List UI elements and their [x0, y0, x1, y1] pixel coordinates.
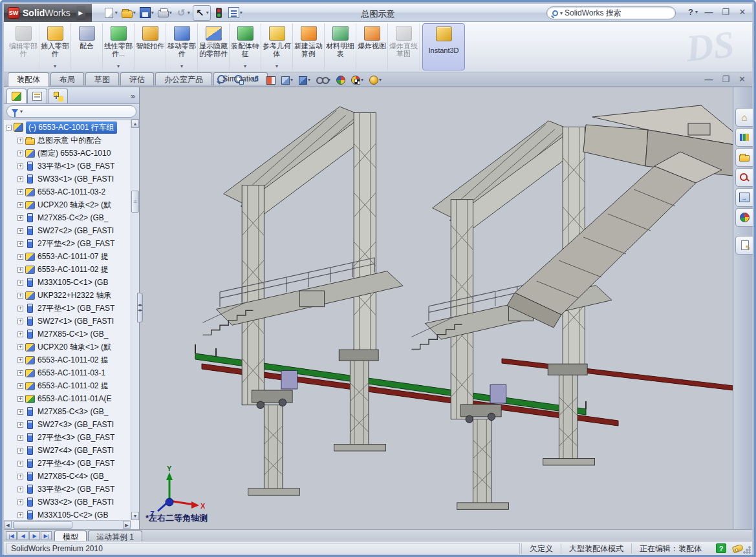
expand-toggle[interactable]: + — [17, 151, 23, 156]
assembly-features-button[interactable]: 装配体特征▾ — [230, 23, 261, 70]
insert-component-button[interactable]: 插入零部件▾ — [39, 23, 71, 70]
options-button[interactable]: ▾ — [227, 5, 244, 21]
tab-评估[interactable]: 评估 — [120, 72, 154, 85]
filter-dropdown-icon[interactable]: ▾ — [20, 109, 23, 114]
tree-item[interactable]: +UCPX20 轴承<1> (默 — [4, 341, 131, 353]
undo-button[interactable]: ↺▾ — [175, 5, 191, 21]
reference-geometry-button[interactable]: 参考几何体▾ — [261, 23, 293, 70]
save-document-button[interactable]: ▾ — [138, 5, 155, 21]
panel-more-chevron[interactable]: » — [131, 92, 135, 101]
expand-toggle[interactable]: + — [17, 512, 23, 518]
expand-toggle[interactable]: + — [17, 202, 23, 208]
tab-propertymanager[interactable] — [27, 89, 47, 103]
smart-fasteners-button[interactable]: 智能扣件 — [135, 23, 166, 70]
edit-appearance-button[interactable] — [335, 74, 347, 85]
first-tab-button[interactable]: |◀ — [6, 531, 17, 540]
show-hidden-components-button[interactable]: 显示隐藏的零部件 — [198, 23, 230, 70]
tree-item[interactable]: +6553-AC-1011-02 提 — [4, 379, 131, 392]
expand-toggle[interactable]: + — [17, 396, 23, 402]
close-button[interactable]: ✕ — [737, 7, 748, 17]
tree-item[interactable]: +27平垫<4> (GB_FAST — [4, 457, 131, 470]
view-orientation-dropdown-icon[interactable]: ▾ — [290, 77, 293, 83]
mate-button[interactable]: 配合 — [71, 23, 103, 70]
scroll-up-arrow[interactable]: ▲ — [131, 120, 139, 128]
doc-minimize-button[interactable]: — — [704, 74, 713, 84]
tab-模型[interactable]: 模型 — [54, 531, 87, 541]
search-dropdown-icon[interactable]: ▾ — [560, 10, 563, 16]
tree-item[interactable]: +6553-AC-1011-07 提 — [4, 250, 131, 263]
rebuild-button[interactable] — [212, 5, 226, 21]
apply-scene-button[interactable]: ▾ — [350, 74, 365, 85]
bill-of-materials-button[interactable]: 材料明细表 — [325, 23, 356, 70]
tree-item[interactable]: +M33X105-C<1> (GB — [4, 276, 131, 289]
taskpane-custom-properties-button[interactable] — [735, 236, 753, 255]
taskpane-solidworks-resources-button[interactable]: ⌂ — [735, 108, 753, 127]
taskpane-solidworks-search-button[interactable] — [735, 168, 753, 187]
tree-item[interactable]: +SW33<2> (GB_FASTI — [4, 496, 131, 509]
view-settings-button[interactable]: ▾ — [368, 74, 383, 85]
section-view-button[interactable] — [265, 74, 277, 85]
tree-item[interactable]: +M27X85-C<2> (GB_ — [4, 211, 131, 224]
tree-item[interactable]: +M33X105-C<2> (GB — [4, 509, 131, 520]
expand-toggle[interactable]: + — [17, 163, 23, 169]
tree-item[interactable]: +6553-AC-1011-03-2 — [4, 185, 131, 198]
expand-toggle[interactable]: + — [17, 293, 23, 299]
print-document-button[interactable]: ▾ — [157, 5, 173, 21]
expand-toggle[interactable]: + — [17, 280, 23, 286]
expand-toggle[interactable]: + — [17, 215, 23, 221]
instant3d-button[interactable]: Instant3D — [422, 23, 465, 70]
maximize-button[interactable]: ❐ — [720, 7, 731, 17]
expand-toggle[interactable]: + — [17, 487, 23, 492]
expand-toggle[interactable]: + — [17, 422, 23, 428]
tree-item[interactable]: +总图示意 中的配合 — [4, 134, 131, 147]
tree-item[interactable]: +6553-AC-1011-03-1 — [4, 366, 131, 379]
zoom-to-fit-button[interactable] — [215, 74, 228, 85]
graphics-viewport[interactable]: Y X Z *左右二等角轴测 — [140, 87, 733, 529]
display-style-dropdown-icon[interactable]: ▾ — [308, 77, 310, 83]
tree-item[interactable]: +UKP322+H2322 轴承 — [4, 289, 131, 302]
tree-horizontal-scrollbar[interactable]: ◀ ▶ — [4, 520, 131, 529]
new-document-button[interactable]: ▾ — [102, 5, 119, 21]
tree-item[interactable]: +SW33<1> (GB_FASTI — [4, 173, 131, 185]
expand-toggle[interactable]: + — [17, 383, 23, 389]
tree-item[interactable]: +27平垫<3> (GB_FAST — [4, 431, 131, 444]
exploded-view-button[interactable]: 爆炸视图 — [356, 23, 388, 70]
open-document-dropdown-icon[interactable]: ▾ — [133, 10, 136, 16]
expand-toggle[interactable]: + — [17, 435, 23, 441]
tree-item[interactable]: +(固定) 6553-AC-1010 — [4, 147, 131, 160]
tab-configurationmanager[interactable] — [48, 89, 68, 103]
tab-装配体[interactable]: 装配体 — [8, 72, 49, 87]
expand-toggle[interactable]: + — [17, 254, 23, 260]
expand-toggle[interactable]: + — [17, 448, 23, 454]
vertical-scroll-thumb[interactable] — [131, 191, 139, 213]
taskpane-appearances-scenes-button[interactable] — [735, 208, 753, 227]
expand-toggle[interactable]: + — [17, 138, 23, 143]
last-tab-button[interactable]: ▶| — [41, 531, 52, 540]
expand-toggle[interactable]: + — [17, 228, 23, 234]
menu-expand-arrow[interactable]: ▶ — [76, 6, 85, 20]
expand-toggle[interactable]: + — [17, 461, 23, 467]
new-document-dropdown-icon[interactable]: ▾ — [115, 10, 118, 16]
expand-toggle[interactable]: + — [17, 357, 23, 363]
expand-toggle[interactable]: + — [17, 176, 23, 182]
tree-item[interactable]: +33平垫<2> (GB_FAST — [4, 483, 131, 496]
display-style-button[interactable]: ▾ — [297, 74, 312, 85]
next-tab-button[interactable]: ▶ — [29, 531, 40, 540]
taskpane-design-library-button[interactable] — [735, 128, 753, 147]
help-dropdown-icon[interactable]: ▾ — [695, 9, 698, 15]
minimize-button[interactable]: — — [703, 7, 715, 17]
tree-item[interactable]: +27平垫<2> (GB_FAST — [4, 237, 131, 250]
tab-featuremanager-tree[interactable] — [6, 89, 27, 103]
open-document-button[interactable]: ▾ — [120, 5, 137, 21]
tree-item[interactable]: +SW27<2> (GB_FASTI — [4, 224, 131, 237]
select-dropdown-icon[interactable]: ▾ — [206, 10, 209, 16]
tab-运动算例-1[interactable]: 运动算例 1 — [88, 531, 142, 541]
tree-item[interactable]: -(-) 6553-AC-1001 行车组 — [4, 121, 131, 134]
tags-icon[interactable] — [732, 543, 744, 553]
tree-item[interactable]: +M27X85-C<1> (GB_ — [4, 328, 131, 341]
save-document-dropdown-icon[interactable]: ▾ — [151, 10, 154, 16]
expand-toggle[interactable]: - — [6, 125, 12, 131]
tree-item[interactable]: +SW27<4> (GB_FASTI — [4, 444, 131, 457]
view-orientation-button[interactable]: ▾ — [280, 74, 294, 85]
tree-item[interactable]: +SW27<3> (GB_FASTI — [4, 418, 131, 431]
